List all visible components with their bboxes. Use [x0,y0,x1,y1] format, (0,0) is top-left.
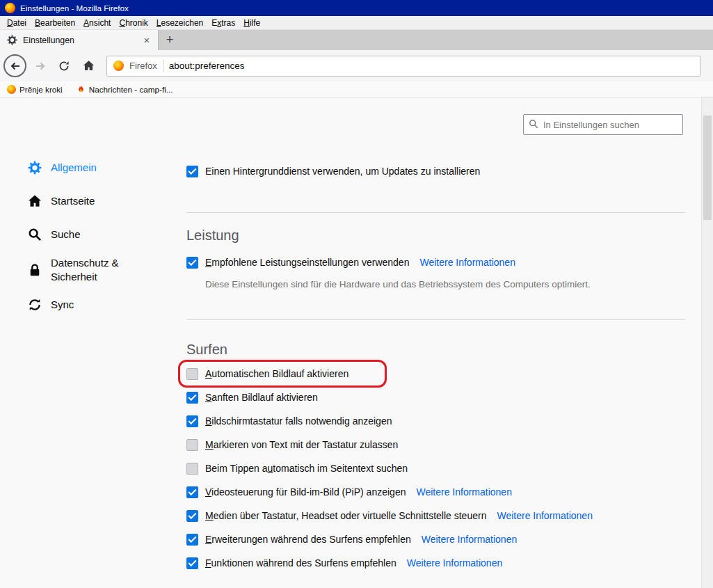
pref-label[interactable]: Empfohlene Leistungseinstellungen verwen… [205,257,409,268]
learn-more-link[interactable]: Weitere Informationen [419,257,515,268]
pref-label[interactable]: Medien über Tastatur, Headset oder virtu… [205,510,486,521]
recommend-features-row: Funktionen während des Surfens empfehlen… [186,551,685,575]
tab-title: Einstellungen [23,35,136,45]
checkbox[interactable] [186,415,198,427]
pref-label[interactable]: Videosteuerung für Bild-im-Bild (PiP) an… [205,486,406,498]
reload-button[interactable] [54,56,74,77]
learn-more-link[interactable]: Weitere Informationen [422,534,517,545]
find-as-you-type-row: Beim Tippen automatisch im Seitentext su… [186,456,685,480]
search-icon [28,228,42,241]
sidebar-label: Datenschutz & Sicherheit [51,256,134,283]
menu-bearbeiten[interactable]: Bearbeiten [31,17,79,29]
browsing-rows: Automatischen Bildlauf aktivieren Sanfte… [186,362,685,575]
media-control-row: Medien über Tastatur, Headset oder virtu… [186,504,685,527]
preferences-sidebar: Allgemein Startseite Suche [28,156,160,326]
checkbox[interactable] [186,486,198,498]
bookmarks-toolbar: Prěnje kroki Nachrichten - camp-fi... [0,81,713,97]
window-title: Einstellungen - Mozilla Firefox [20,3,129,13]
firefox-icon [7,85,16,94]
sidebar-item-allgemein[interactable]: Allgemein [28,156,160,180]
sidebar-item-startseite[interactable]: Startseite [28,189,160,213]
scrollbar-thumb[interactable] [703,116,712,220]
menu-hilfe[interactable]: Hilfe [239,17,264,29]
pref-label[interactable]: Beim Tippen automatisch im Seitentext su… [205,463,408,474]
bookmark-nachrichten[interactable]: Nachrichten - camp-fi... [77,85,173,94]
pref-label[interactable]: Automatischen Bildlauf aktivieren [205,368,349,379]
checkbox[interactable] [186,166,198,177]
identity-label: Firefox [129,61,157,71]
forward-button[interactable] [31,56,49,77]
back-arrow-icon [10,61,21,72]
caret-browsing-row: Markieren von Text mit der Tastatur zula… [186,433,685,456]
section-divider [186,319,685,320]
new-tab-button[interactable]: + [159,30,181,50]
gear-icon [7,35,17,45]
flame-icon [77,85,86,94]
sidebar-label: Startseite [51,194,95,208]
sidebar-item-datenschutz[interactable]: Datenschutz & Sicherheit [28,256,160,283]
tab-close-icon[interactable]: × [141,34,152,46]
menu-ansicht[interactable]: Ansicht [79,17,115,29]
learn-more-link[interactable]: Weitere Informationen [497,510,592,521]
pref-label[interactable]: Einen Hintergrunddienst verwenden, um Up… [205,166,480,177]
pref-label[interactable]: Sanften Bildlauf aktivieren [205,392,318,403]
bookmark-label: Nachrichten - camp-fi... [89,85,173,94]
sidebar-item-suche[interactable]: Suche [28,223,160,246]
onscreen-keyboard-row: Bildschirmtastatur falls notwendig anzei… [186,409,685,433]
menu-chronik[interactable]: Chronik [115,17,152,29]
section-divider [186,212,685,213]
lock-icon [28,263,42,277]
gear-icon [28,161,42,175]
smooth-scroll-row: Sanften Bildlauf aktivieren [186,386,685,409]
home-icon [83,60,95,72]
title-bar: Einstellungen - Mozilla Firefox [0,0,713,16]
url-text: about:preferences [169,61,245,71]
pip-controls-row: Videosteuerung für Bild-im-Bild (PiP) an… [186,480,685,504]
url-bar[interactable]: Firefox about:preferences [106,56,700,77]
reload-icon [58,61,70,72]
tab-bar: Einstellungen × + [0,30,713,50]
scrollbar-track [701,97,713,588]
menu-extras[interactable]: Extras [207,17,239,29]
learn-more-link[interactable]: Weitere Informationen [416,486,511,498]
checkbox[interactable] [186,557,198,569]
forward-arrow-icon [35,61,46,72]
bookmark-prenje-kroki[interactable]: Prěnje kroki [7,85,63,94]
checkbox[interactable] [186,463,198,475]
learn-more-link[interactable]: Weitere Informationen [407,557,502,569]
settings-main: Einen Hintergrunddienst verwenden, um Up… [186,97,685,575]
checkbox[interactable] [186,392,198,404]
tab-einstellungen[interactable]: Einstellungen × [0,30,159,50]
sidebar-label: Sync [51,298,74,312]
sidebar-item-sync[interactable]: Sync [28,293,160,317]
checkbox[interactable] [186,510,198,522]
pref-label[interactable]: Bildschirmtastatur falls notwendig anzei… [205,415,392,427]
firefox-icon [113,61,124,71]
checkbox[interactable] [186,368,198,380]
update-service-row: Einen Hintergrunddienst verwenden, um Up… [186,164,685,179]
sync-icon [28,298,42,312]
pref-label[interactable]: Erweiterungen während des Surfens empfeh… [205,534,411,545]
section-title-leistung: Leistung [186,225,685,245]
performance-description: Diese Einstellungen sind für die Hardwar… [205,278,685,291]
checkbox[interactable] [186,534,198,546]
menu-datei[interactable]: Datei [3,17,31,29]
checkbox[interactable] [186,257,198,269]
home-button[interactable] [79,56,98,77]
sidebar-label: Suche [51,228,81,241]
sidebar-label: Allgemein [51,161,97,175]
bookmark-label: Prěnje kroki [19,85,63,94]
section-title-surfen: Surfen [186,340,685,359]
urlbar-separator [163,60,163,72]
home-icon [28,194,42,208]
checkbox[interactable] [186,439,198,451]
performance-row: Empfohlene Leistungseinstellungen verwen… [186,251,685,274]
pref-label[interactable]: Markieren von Text mit der Tastatur zula… [205,439,398,450]
navigation-toolbar: Firefox about:preferences [0,50,713,81]
menu-lesezeichen[interactable]: Lesezeichen [152,17,207,29]
preferences-page: Allgemein Startseite Suche [0,97,713,588]
back-button[interactable] [3,54,26,77]
recommend-extensions-row: Erweiterungen während des Surfens empfeh… [186,527,685,551]
pref-label[interactable]: Funktionen während des Surfens empfehlen [205,557,396,569]
firefox-icon [5,3,15,13]
